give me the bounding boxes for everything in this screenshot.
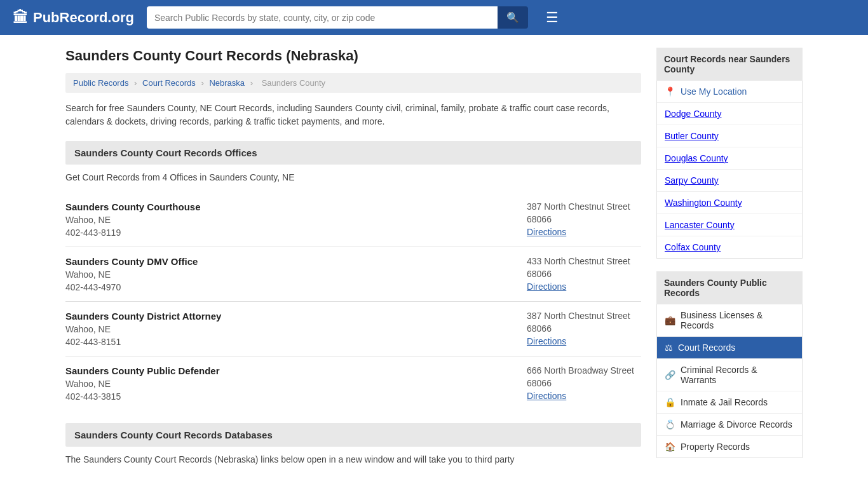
sidebar-item-inmate[interactable]: 🔒 Inmate & Jail Records bbox=[657, 391, 802, 414]
briefcase-icon: 💼 bbox=[665, 315, 675, 325]
offices-section-header: Saunders County Court Records Offices bbox=[65, 141, 641, 165]
nearby-header: Court Records near Saunders County bbox=[656, 48, 803, 81]
sidebar-item-label: Inmate & Jail Records bbox=[681, 397, 768, 407]
sidebar-item-criminal[interactable]: 🔗 Criminal Records & Warrants bbox=[657, 359, 802, 391]
office-city-2: Wahoo, NE bbox=[65, 269, 198, 280]
office-phone-1: 402-443-8119 bbox=[65, 227, 201, 238]
office-zip-1: 68066 bbox=[527, 214, 641, 224]
sidebar-item-lancaster[interactable]: Lancaster County bbox=[657, 214, 802, 236]
search-input[interactable] bbox=[147, 6, 498, 29]
scales-icon: ⚖ bbox=[665, 342, 673, 353]
breadcrumb: Public Records › Court Records › Nebrask… bbox=[65, 73, 641, 93]
office-zip-4: 68066 bbox=[527, 378, 641, 388]
databases-section: Saunders County Court Records Databases … bbox=[65, 423, 641, 464]
main-column: Saunders County Court Records (Nebraska)… bbox=[65, 48, 641, 475]
chain-icon: 🔗 bbox=[665, 370, 675, 380]
menu-button[interactable]: ☰ bbox=[546, 10, 559, 26]
breadcrumb-sep-2: › bbox=[201, 78, 203, 88]
public-records-header: Saunders County Public Records bbox=[656, 271, 803, 304]
table-row: Saunders County District Attorney Wahoo,… bbox=[65, 302, 641, 356]
location-icon: 📍 bbox=[665, 86, 675, 97]
offices-sub-description: Get Court Records from 4 Offices in Saun… bbox=[65, 172, 641, 182]
sidebar-item-label: Business Licenses & Records bbox=[681, 310, 794, 330]
breadcrumb-sep-1: › bbox=[134, 78, 137, 88]
public-records-list: 💼 Business Licenses & Records ⚖ Court Re… bbox=[656, 304, 803, 458]
sidebar-item-property[interactable]: 🏠 Property Records bbox=[657, 436, 802, 458]
search-button[interactable]: 🔍 bbox=[498, 6, 528, 29]
breadcrumb-saunders: Saunders County bbox=[262, 78, 325, 88]
directions-link-2[interactable]: Directions bbox=[527, 281, 566, 292]
nearby-counties-box: Court Records near Saunders County 📍 Use… bbox=[656, 48, 803, 259]
office-address-2: 433 North Chestnut Street bbox=[527, 256, 641, 266]
table-row: Saunders County Public Defender Wahoo, N… bbox=[65, 356, 641, 410]
sidebar-item-butler[interactable]: Butler County bbox=[657, 125, 802, 147]
office-address-4: 666 North Broadway Street bbox=[527, 365, 641, 376]
office-name-4: Saunders County Public Defender bbox=[65, 365, 220, 376]
sidebar-item-label: Marriage & Divorce Records bbox=[681, 419, 792, 430]
office-phone-3: 402-443-8151 bbox=[65, 337, 221, 347]
databases-description: The Saunders County Court Records (Nebra… bbox=[65, 454, 641, 464]
office-list: Saunders County Courthouse Wahoo, NE 402… bbox=[65, 193, 641, 410]
office-city-4: Wahoo, NE bbox=[65, 379, 220, 389]
logo-text: PubRecord.org bbox=[33, 10, 134, 26]
sidebar-item-court[interactable]: ⚖ Court Records bbox=[657, 337, 802, 359]
databases-section-header: Saunders County Court Records Databases bbox=[65, 423, 641, 447]
search-bar: 🔍 bbox=[147, 6, 528, 29]
sidebar-item-dodge[interactable]: Dodge County bbox=[657, 103, 802, 125]
office-zip-3: 68066 bbox=[527, 323, 641, 334]
sidebar-item-business[interactable]: 💼 Business Licenses & Records bbox=[657, 304, 802, 337]
sidebar: Court Records near Saunders County 📍 Use… bbox=[656, 48, 803, 475]
directions-link-4[interactable]: Directions bbox=[527, 391, 566, 401]
sidebar-item-sarpy[interactable]: Sarpy County bbox=[657, 170, 802, 192]
ring-icon: 💍 bbox=[665, 419, 675, 430]
office-address-3: 387 North Chestnut Street bbox=[527, 311, 641, 321]
office-city-1: Wahoo, NE bbox=[65, 215, 201, 225]
site-logo[interactable]: 🏛 PubRecord.org bbox=[13, 9, 134, 27]
use-location-label: Use My Location bbox=[681, 86, 747, 97]
sidebar-item-marriage[interactable]: 💍 Marriage & Divorce Records bbox=[657, 414, 802, 436]
site-header: 🏛 PubRecord.org 🔍 ☰ bbox=[0, 0, 868, 35]
directions-link-3[interactable]: Directions bbox=[527, 336, 566, 346]
sidebar-item-colfax[interactable]: Colfax County bbox=[657, 236, 802, 258]
breadcrumb-public-records[interactable]: Public Records bbox=[73, 78, 128, 88]
office-name-3: Saunders County District Attorney bbox=[65, 311, 221, 322]
page-description: Search for free Saunders County, NE Cour… bbox=[65, 102, 641, 128]
table-row: Saunders County Courthouse Wahoo, NE 402… bbox=[65, 193, 641, 247]
office-zip-2: 68066 bbox=[527, 269, 641, 279]
page-content: Saunders County Court Records (Nebraska)… bbox=[53, 35, 815, 487]
sidebar-item-douglas[interactable]: Douglas County bbox=[657, 147, 802, 170]
use-my-location[interactable]: 📍 Use My Location bbox=[657, 81, 802, 103]
table-row: Saunders County DMV Office Wahoo, NE 402… bbox=[65, 247, 641, 302]
page-title: Saunders County Court Records (Nebraska) bbox=[65, 48, 641, 64]
sidebar-item-washington[interactable]: Washington County bbox=[657, 192, 802, 214]
office-city-3: Wahoo, NE bbox=[65, 324, 221, 334]
office-name-2: Saunders County DMV Office bbox=[65, 256, 198, 267]
nearby-list: 📍 Use My Location Dodge County Butler Co… bbox=[656, 81, 803, 259]
logo-icon: 🏛 bbox=[13, 9, 28, 27]
offices-section: Saunders County Court Records Offices Ge… bbox=[65, 141, 641, 410]
office-name-1: Saunders County Courthouse bbox=[65, 201, 201, 212]
sidebar-item-label: Criminal Records & Warrants bbox=[681, 365, 794, 385]
breadcrumb-sep-3: › bbox=[250, 78, 253, 88]
public-records-box: Saunders County Public Records 💼 Busines… bbox=[656, 271, 803, 458]
directions-link-1[interactable]: Directions bbox=[527, 227, 566, 237]
lock-icon: 🔒 bbox=[665, 397, 675, 407]
office-address-1: 387 North Chestnut Street bbox=[527, 201, 641, 212]
sidebar-item-label: Court Records bbox=[678, 342, 735, 353]
office-phone-4: 402-443-3815 bbox=[65, 391, 220, 402]
sidebar-item-label: Property Records bbox=[681, 442, 750, 452]
house-icon: 🏠 bbox=[665, 442, 675, 452]
breadcrumb-nebraska[interactable]: Nebraska bbox=[209, 78, 245, 88]
breadcrumb-court-records[interactable]: Court Records bbox=[142, 78, 196, 88]
office-phone-2: 402-443-4970 bbox=[65, 282, 198, 292]
